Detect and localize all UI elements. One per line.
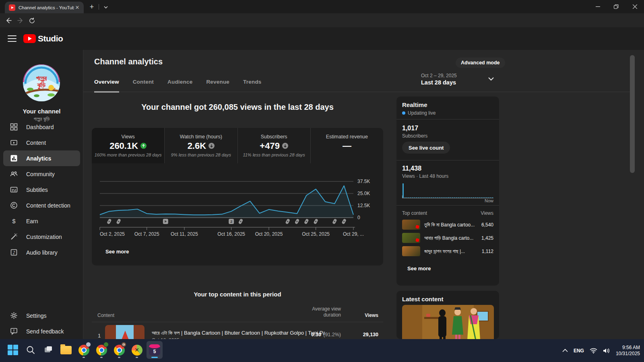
chart-see-more-button[interactable]: See more: [105, 249, 129, 255]
window-minimize-button[interactable]: [588, 0, 607, 13]
sidebar-item-earn[interactable]: $Earn: [3, 213, 80, 229]
sidebar-item-customization[interactable]: Customization: [3, 229, 80, 245]
reload-button[interactable]: [27, 15, 37, 26]
upload-marker-video[interactable]: [163, 219, 168, 224]
shorts-badge-icon: [415, 238, 419, 242]
tab-audience[interactable]: Audience: [167, 79, 192, 93]
video-thumbnail: [402, 233, 420, 243]
active-window-button[interactable]: 5: [147, 341, 163, 359]
upload-marker-short[interactable]: [313, 218, 318, 224]
tab-trends[interactable]: Trends: [243, 79, 261, 93]
upload-marker-short[interactable]: [116, 218, 121, 224]
sidebar-item-analytics[interactable]: Analytics: [3, 150, 80, 166]
tab-revenue[interactable]: Revenue: [206, 79, 229, 93]
taskbar-search-button[interactable]: [23, 341, 39, 359]
forward-button[interactable]: [15, 15, 26, 26]
realtime-top-content-row[interactable]: জাদুর ড্রাগন ফলের গাছ |...1,112: [402, 245, 493, 258]
tab-content[interactable]: Content: [133, 79, 154, 93]
wifi-icon[interactable]: [590, 348, 597, 354]
metric-subscribers[interactable]: Subscribers+47911% less than previous 28…: [237, 128, 310, 163]
new-tab-button[interactable]: +: [87, 2, 97, 12]
upload-marker-short[interactable]: [304, 218, 309, 224]
community-icon: [10, 170, 18, 178]
realtime-top-content-row[interactable]: আবার গাড়ি Bangla carto...1,425: [402, 231, 493, 245]
sidebar-item-audio-library[interactable]: ♪Audio library: [3, 245, 80, 260]
window-close-button[interactable]: [625, 0, 644, 13]
upload-marker-short[interactable]: [238, 218, 243, 224]
clock-time: 9:56 AM: [616, 345, 640, 351]
video-views: 29,130: [338, 332, 378, 337]
system-tray: ENG 9:56 AM 10/31/2025: [562, 339, 640, 362]
tray-chevron-icon[interactable]: [562, 349, 568, 352]
active-app-icon: 5: [149, 344, 160, 356]
top-content-title: Your top content in this period: [92, 291, 383, 298]
see-live-count-button[interactable]: See live count: [402, 142, 450, 154]
period-label[interactable]: Last 28 days: [421, 79, 456, 86]
views-line-chart[interactable]: 37.5K25.0K12.5K02Oct 2, 2025Oct 7, 2025O…: [92, 175, 383, 243]
tab-separator: [99, 4, 99, 10]
sidebar-item-settings[interactable]: Settings: [3, 308, 80, 323]
sidebar-item-dashboard[interactable]: Dashboard: [3, 119, 80, 135]
tab-overview[interactable]: Overview: [94, 79, 119, 93]
windows-logo-icon: [8, 345, 18, 355]
your-channel-label: Your channel: [0, 108, 83, 115]
back-button[interactable]: [3, 15, 14, 26]
realtime-views-col-label: Views: [481, 210, 493, 216]
language-indicator[interactable]: ENG: [574, 348, 584, 354]
channel-avatar[interactable]: গল্পের ঝুড়ি: [23, 64, 60, 101]
upload-marker-short[interactable]: [332, 218, 337, 224]
upload-marker-short[interactable]: [107, 218, 111, 224]
upload-marker-short[interactable]: [285, 218, 290, 224]
speaker-icon[interactable]: [603, 348, 610, 354]
chrome-profile-2-button[interactable]: [93, 341, 109, 359]
advanced-mode-button[interactable]: Advanced mode: [456, 58, 505, 68]
upload-marker-multi[interactable]: 2: [229, 219, 234, 224]
studio-logo[interactable]: Studio: [23, 34, 63, 43]
column-header-content[interactable]: Content: [97, 313, 114, 318]
window-restore-button[interactable]: [607, 0, 625, 13]
sidebar-item-subtitles[interactable]: Subtitles: [3, 182, 80, 197]
chrome-profile-3-button[interactable]: G: [111, 341, 127, 359]
table-divider: [92, 322, 383, 322]
page-scrollbar[interactable]: [630, 55, 635, 173]
column-header-views[interactable]: Views: [338, 313, 378, 318]
period-chevron-icon[interactable]: [487, 75, 495, 83]
taskbar-clock[interactable]: 9:56 AM 10/31/2025: [616, 345, 640, 357]
realtime-see-more-button[interactable]: See more: [407, 265, 431, 272]
video-views: 6,540: [481, 222, 493, 228]
realtime-top-content-row[interactable]: তুমি কি মা Bangla cartoo...6,540: [402, 218, 493, 231]
main-content: Channel analytics Advanced mode Overview…: [83, 50, 644, 339]
start-button[interactable]: [5, 341, 21, 359]
tab-list-chevron-icon[interactable]: [101, 2, 110, 12]
hamburger-menu-icon[interactable]: [7, 34, 17, 43]
y-axis-tick: 12.5K: [357, 203, 370, 208]
task-view-button[interactable]: [40, 341, 56, 359]
latest-content-thumbnail[interactable]: [402, 305, 494, 339]
metric-estimated-revenue[interactable]: Estimated revenue—: [310, 128, 383, 163]
column-header-average-view-duration[interactable]: Average view duration: [260, 306, 341, 318]
file-explorer-button[interactable]: [58, 341, 74, 359]
sidebar-item-content-detection[interactable]: Content detection: [3, 197, 80, 213]
metric-watch-time-hours[interactable]: Watch time (hours)2.6K9% less than previ…: [164, 128, 237, 163]
overview-card: Views260.1K160% more than previous 28 da…: [92, 128, 383, 265]
sidebar-item-label: Analytics: [26, 155, 51, 162]
studio-brand: Studio: [38, 34, 63, 43]
browser-tab[interactable]: Channel analytics - YouTube Stu ✕: [5, 2, 84, 13]
subtitles-icon: [10, 186, 18, 194]
video-views: 1,425: [481, 235, 493, 241]
sidebar-item-send-feedback[interactable]: Send feedback: [3, 323, 80, 339]
trend-up-icon: [140, 143, 147, 149]
x-app-icon: ✕: [132, 345, 142, 356]
sidebar-item-community[interactable]: Community: [3, 166, 80, 182]
search-icon: [26, 346, 35, 354]
metric-views[interactable]: Views260.1K160% more than previous 28 da…: [92, 128, 164, 163]
upload-marker-short[interactable]: [295, 218, 299, 224]
tab-close-icon[interactable]: ✕: [74, 4, 80, 11]
sidebar-nav: DashboardContentAnalyticsCommunitySubtit…: [0, 119, 83, 260]
x-app-button[interactable]: ✕: [129, 341, 145, 359]
upload-marker-short[interactable]: [341, 218, 346, 224]
screen: Channel analytics - YouTube Stu ✕ + 5 st…: [0, 0, 644, 362]
realtime-bar-chart[interactable]: [402, 182, 494, 199]
chrome-profile-1-button[interactable]: [76, 341, 92, 359]
sidebar-item-content[interactable]: Content: [3, 135, 80, 150]
